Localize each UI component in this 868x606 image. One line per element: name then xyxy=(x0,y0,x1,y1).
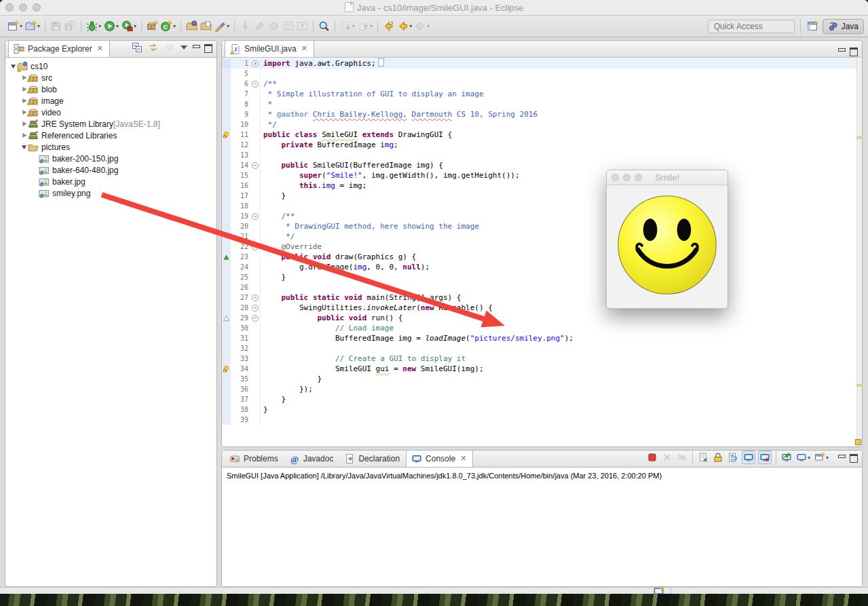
view-menu-icon[interactable] xyxy=(180,44,188,51)
open-type-button[interactable] xyxy=(185,19,198,33)
close-console-tab-icon[interactable]: ✕ xyxy=(460,454,466,463)
warning-summary-marker[interactable] xyxy=(855,439,861,445)
new-java-package-button[interactable] xyxy=(146,19,159,33)
new-java-class-button[interactable]: C▾ xyxy=(160,19,176,33)
tree-item-cs10[interactable]: cs10 xyxy=(5,60,216,72)
warning-marker[interactable] xyxy=(857,384,861,387)
tree-item-pictures[interactable]: pictures xyxy=(5,141,216,153)
search-button[interactable] xyxy=(318,19,331,33)
minimize-editor-icon[interactable] xyxy=(837,48,846,54)
previous-annotation-dropdown-icon[interactable]: ▾ xyxy=(370,23,373,29)
smile-zoom-button[interactable] xyxy=(635,174,642,181)
code-text: */ xyxy=(261,231,295,242)
overrides-marker-icon[interactable] xyxy=(222,252,231,262)
paintbrush-button[interactable]: ▾ xyxy=(214,19,230,33)
external-tools-dropdown-icon[interactable]: ▾ xyxy=(134,23,136,29)
new-wizard-dropdown-icon[interactable]: ▾ xyxy=(20,23,22,29)
fold-collapse-icon[interactable]: − xyxy=(250,313,261,323)
close-editor-tab-icon[interactable]: ✕ xyxy=(301,44,307,53)
maximize-console-icon[interactable] xyxy=(850,454,858,461)
open-console-dropdown-icon[interactable]: ▾ xyxy=(826,455,829,461)
pin-icon xyxy=(240,20,251,32)
run-button[interactable]: ▾ xyxy=(103,19,119,33)
back-button[interactable]: ▾ xyxy=(396,19,413,33)
show-stderr-button[interactable] xyxy=(758,451,772,464)
scroll-lock-button[interactable] xyxy=(712,451,724,463)
implements-marker-icon[interactable] xyxy=(222,313,231,323)
java-perspective-button[interactable]: Java xyxy=(823,19,864,34)
debug-button[interactable]: ▾ xyxy=(86,19,102,33)
open-perspective-button[interactable] xyxy=(806,19,819,33)
collapse-arrow-icon[interactable] xyxy=(10,62,17,71)
tree-item-blob[interactable]: !blob xyxy=(5,83,216,95)
folded-region-icon[interactable] xyxy=(378,58,384,67)
quick-access-input[interactable] xyxy=(708,20,795,33)
terminate-button[interactable] xyxy=(646,451,658,463)
smile-title-bar[interactable]: Smile! xyxy=(607,170,728,185)
new-java-project-button[interactable]: ▾ xyxy=(24,19,41,33)
console-output[interactable]: SmileGUI [Java Application] /Library/Jav… xyxy=(222,468,862,586)
tree-item-baker-200-150-jpg[interactable]: baker-200-150.jpg xyxy=(5,153,216,164)
forward-dropdown-icon[interactable]: ▾ xyxy=(427,23,430,29)
tree-item-referenced-libraries[interactable]: Referenced Libraries xyxy=(5,130,216,141)
last-edit-location-button[interactable] xyxy=(382,19,395,33)
tree-item-baker-640-480-jpg[interactable]: baker-640-480.jpg xyxy=(5,164,216,176)
minimize-package-explorer-icon[interactable] xyxy=(192,44,200,51)
smile-close-button[interactable] xyxy=(611,174,619,181)
minimize-console-icon[interactable] xyxy=(837,454,846,461)
show-stdout-button[interactable] xyxy=(742,451,755,464)
warning-bulb-icon[interactable]: ! xyxy=(222,130,231,140)
expand-arrow-icon[interactable] xyxy=(20,119,28,129)
tab-package-explorer[interactable]: Package Explorer ✕ xyxy=(8,40,110,57)
pin-console-button[interactable] xyxy=(780,451,793,463)
warning-bulb-icon[interactable]: ! xyxy=(222,364,231,374)
display-console-dropdown-icon[interactable]: ▾ xyxy=(808,455,810,461)
marker-column xyxy=(222,119,231,130)
display-console-button[interactable]: ▾ xyxy=(795,451,811,463)
fold-collapse-icon[interactable]: − xyxy=(250,79,261,89)
maximize-package-explorer-icon[interactable] xyxy=(204,44,212,51)
tab-smilegui-java[interactable]: J SmileGUI.java ✕ xyxy=(225,40,314,57)
debug-dropdown-icon[interactable]: ▾ xyxy=(98,23,101,29)
tab-console[interactable]: Console✕ xyxy=(406,450,473,467)
open-resource-button[interactable] xyxy=(200,19,212,33)
tree-item-video[interactable]: !video xyxy=(5,107,216,118)
overview-ruler[interactable] xyxy=(856,58,862,447)
fold-collapse-icon[interactable]: − xyxy=(250,303,261,313)
run-dropdown-icon[interactable]: ▾ xyxy=(116,23,119,29)
fold-collapse-icon[interactable]: − xyxy=(250,160,261,170)
tree-item-smiley-png[interactable]: smiley.png xyxy=(5,187,216,199)
tab-problems[interactable]: Problems xyxy=(225,451,284,467)
new-wizard-button[interactable]: ▾ xyxy=(7,19,23,33)
warning-marker[interactable] xyxy=(857,136,861,139)
marker-column xyxy=(222,99,231,109)
tab-javadoc[interactable]: @Javadoc xyxy=(284,451,340,467)
maximize-editor-icon[interactable] xyxy=(850,48,858,54)
tree-item-jre-system-library[interactable]: JRE System Library [JavaSE-1.8] xyxy=(5,118,216,130)
new-java-project-dropdown-icon[interactable]: ▾ xyxy=(37,23,40,29)
paintbrush-dropdown-icon[interactable]: ▾ xyxy=(227,23,229,29)
new-java-class-dropdown-icon[interactable]: ▾ xyxy=(173,23,176,29)
fold-collapse-icon[interactable]: − xyxy=(250,211,261,221)
tree-item-image[interactable]: !image xyxy=(5,95,216,107)
external-tools-button[interactable]: ▾ xyxy=(121,19,137,33)
close-package-explorer-icon[interactable]: ✕ xyxy=(97,44,103,53)
clear-console-button[interactable] xyxy=(697,451,709,463)
line-number: 24 xyxy=(231,262,250,272)
back-dropdown-icon[interactable]: ▾ xyxy=(409,23,412,29)
next-annotation-dropdown-icon[interactable]: ▾ xyxy=(352,23,355,29)
tree-item-src[interactable]: !src xyxy=(5,72,216,83)
tab-declaration[interactable]: Declaration xyxy=(339,451,406,467)
open-console-button[interactable]: ▾ xyxy=(814,451,829,463)
collapse-all-button[interactable] xyxy=(131,41,143,54)
editor-content[interactable]: 1+import java.awt.Graphics;56−/**7 * Sim… xyxy=(222,58,857,447)
link-with-editor-button[interactable] xyxy=(147,41,159,54)
tree-item-baker-jpg[interactable]: baker.jpg xyxy=(5,176,216,187)
expand-arrow-icon[interactable] xyxy=(20,131,28,140)
fold-expand-icon[interactable]: + xyxy=(250,58,261,69)
word-wrap-button[interactable] xyxy=(727,451,739,463)
fold-collapse-icon[interactable]: − xyxy=(250,292,261,303)
collapse-arrow-icon[interactable] xyxy=(20,143,28,152)
fold-collapse-icon[interactable]: − xyxy=(250,242,261,252)
smile-minimize-button[interactable] xyxy=(623,174,630,181)
